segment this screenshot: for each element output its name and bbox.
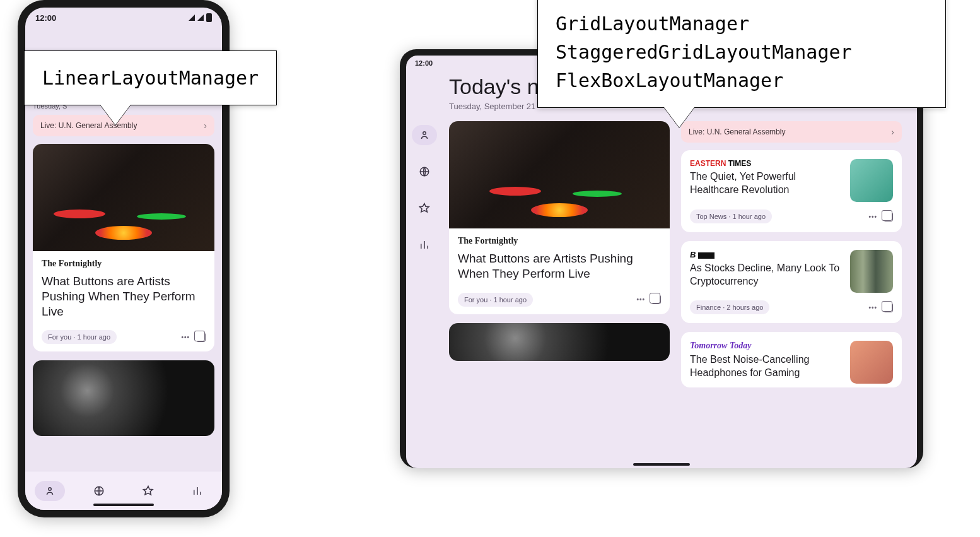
callout-line: FlexBoxLayoutManager bbox=[556, 66, 928, 95]
phone-clock: 12:00 bbox=[35, 13, 56, 23]
phone-statusbar: 12:00 bbox=[25, 8, 222, 28]
news-thumbnail bbox=[850, 341, 893, 384]
gesture-pill[interactable] bbox=[93, 504, 154, 506]
gesture-pill[interactable] bbox=[633, 463, 690, 466]
news-headline: The Quiet, Yet Powerful Healthcare Revol… bbox=[690, 170, 843, 197]
news-card-small[interactable]: B As Stocks Decline, Many Look To Crypto… bbox=[681, 241, 902, 323]
callout-line: StaggeredGridLayoutManager bbox=[556, 38, 928, 66]
sidebar-foryou[interactable] bbox=[412, 125, 437, 145]
collections-icon[interactable] bbox=[884, 303, 893, 312]
news-chip: Finance · 2 hours ago bbox=[690, 300, 769, 314]
news-headline: The Best Noise-Cancelling Headphones for… bbox=[690, 353, 843, 380]
wifi-icon bbox=[189, 15, 195, 21]
more-icon[interactable]: ••• bbox=[181, 334, 190, 341]
live-banner-text: Live: U.N. General Assembly bbox=[689, 127, 785, 136]
news-card-image bbox=[449, 323, 670, 361]
news-card[interactable] bbox=[33, 360, 214, 436]
signal-icon bbox=[197, 15, 204, 21]
callout-tail-icon bbox=[100, 105, 131, 125]
news-headline: As Stocks Decline, Many Look To Cryptocu… bbox=[690, 262, 843, 288]
news-card-small[interactable]: Tomorrow Today The Best Noise-Cancelling… bbox=[681, 332, 902, 387]
chevron-right-icon: › bbox=[891, 127, 894, 137]
collections-icon[interactable] bbox=[884, 212, 893, 221]
more-icon[interactable]: ••• bbox=[636, 296, 645, 303]
news-card[interactable] bbox=[449, 323, 670, 361]
tablet-sidebar bbox=[406, 56, 443, 468]
nav-star[interactable] bbox=[133, 481, 163, 501]
svg-point-2 bbox=[423, 132, 426, 135]
news-thumbnail bbox=[850, 250, 893, 293]
nav-world[interactable] bbox=[84, 481, 114, 501]
battery-icon bbox=[206, 13, 212, 22]
callout-text: LinearLayoutManager bbox=[42, 67, 259, 89]
news-thumbnail bbox=[850, 159, 893, 202]
grid-col-2: Live: U.N. General Assembly › EASTERN TI… bbox=[681, 121, 902, 396]
sidebar-world[interactable] bbox=[412, 162, 437, 182]
phone-status-icons bbox=[189, 13, 212, 22]
live-banner[interactable]: Live: U.N. General Assembly › bbox=[681, 121, 902, 143]
news-card[interactable]: The Fortnightly What Buttons are Artists… bbox=[449, 121, 670, 314]
news-grid: The Fortnightly What Buttons are Artists… bbox=[449, 121, 902, 396]
nav-stats[interactable] bbox=[182, 481, 213, 501]
news-headline: What Buttons are Artists Pushing When Th… bbox=[42, 274, 206, 319]
more-icon[interactable]: ••• bbox=[868, 304, 877, 311]
svg-point-0 bbox=[49, 487, 52, 490]
news-source: B bbox=[690, 250, 843, 259]
news-chip: For you · 1 hour ago bbox=[42, 330, 117, 344]
sidebar-stats[interactable] bbox=[412, 235, 437, 255]
phone-bottom-nav bbox=[25, 471, 222, 510]
news-chip: For you · 1 hour ago bbox=[458, 293, 533, 307]
news-card-image bbox=[33, 144, 214, 251]
news-card-small[interactable]: EASTERN TIMES The Quiet, Yet Powerful He… bbox=[681, 150, 902, 232]
callout-tail-icon bbox=[664, 107, 694, 127]
chevron-right-icon: › bbox=[204, 121, 207, 131]
news-card-image bbox=[449, 121, 670, 228]
tablet-screen: 12:00 Today's news Tuesday, September 21 bbox=[406, 56, 917, 468]
tablet-device-frame: 12:00 Today's news Tuesday, September 21 bbox=[400, 49, 923, 468]
tablet-clock: 12:00 bbox=[415, 59, 433, 67]
news-source: The Fortnightly bbox=[42, 259, 206, 269]
callout-label-linear: LinearLayoutManager bbox=[24, 50, 277, 105]
collections-icon[interactable] bbox=[196, 333, 206, 342]
news-headline: What Buttons are Artists Pushing When Th… bbox=[458, 251, 661, 281]
callout-line: GridLayoutManager bbox=[556, 9, 928, 38]
sidebar-star[interactable] bbox=[412, 198, 437, 218]
more-icon[interactable]: ••• bbox=[868, 213, 877, 220]
news-card-image bbox=[33, 360, 214, 436]
news-source: The Fortnightly bbox=[458, 236, 661, 246]
grid-col-1: The Fortnightly What Buttons are Artists… bbox=[449, 121, 670, 396]
news-chip: Top News · 1 hour ago bbox=[690, 209, 772, 223]
news-source: EASTERN TIMES bbox=[690, 159, 843, 168]
nav-foryou[interactable] bbox=[35, 481, 65, 501]
news-card[interactable]: The Fortnightly What Buttons are Artists… bbox=[33, 144, 214, 351]
callout-label-grid: GridLayoutManager StaggeredGridLayoutMan… bbox=[537, 0, 946, 108]
collections-icon[interactable] bbox=[651, 295, 661, 304]
news-source: Tomorrow Today bbox=[690, 341, 843, 351]
